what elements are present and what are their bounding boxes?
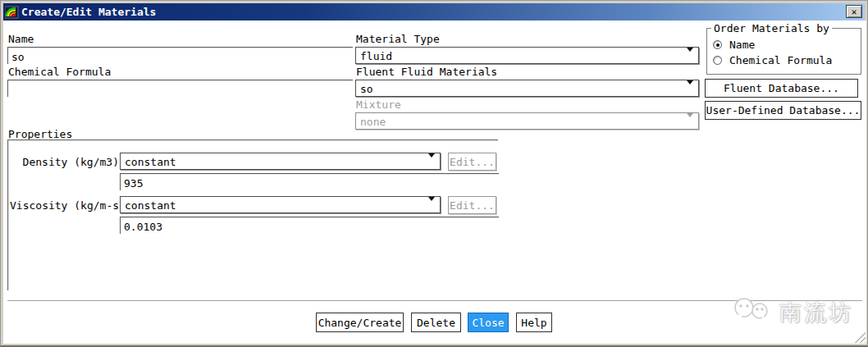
properties-label: Properties <box>8 129 72 140</box>
radio-chemical-formula[interactable]: Chemical Formula <box>713 54 832 66</box>
density-method-value: constant <box>125 156 176 168</box>
resize-grip-icon[interactable] <box>853 331 866 343</box>
mixture-label: Mixture <box>356 99 401 111</box>
density-label: Density (kg/m3) <box>10 156 119 168</box>
fluent-database-button[interactable]: Fluent Database... <box>705 79 858 98</box>
chevron-down-icon <box>687 84 694 93</box>
dialog-title: Create/Edit Materials <box>21 6 156 18</box>
titlebar[interactable]: Create/Edit Materials ✕ <box>3 3 865 21</box>
close-button[interactable]: Close <box>468 313 509 332</box>
viscosity-label: Viscosity (kg/m-s) <box>10 199 119 212</box>
viscosity-method-dropdown[interactable]: constant <box>120 196 441 213</box>
viscosity-edit-button: Edit... <box>448 196 496 214</box>
density-edit-button: Edit... <box>448 153 496 171</box>
radio-chemical-formula-circle[interactable] <box>713 56 722 65</box>
chevron-down-icon <box>428 158 436 166</box>
density-value-input[interactable]: 935 <box>120 173 499 190</box>
density-method-dropdown[interactable]: constant <box>120 153 441 170</box>
create-edit-materials-dialog: Create/Edit Materials ✕ Name so Chemical… <box>0 0 868 347</box>
help-button[interactable]: Help <box>516 313 552 332</box>
user-defined-database-button[interactable]: User-Defined Database... <box>705 101 861 120</box>
order-materials-by-legend: Order Materials by <box>711 22 832 34</box>
material-type-dropdown[interactable]: fluid <box>355 47 699 64</box>
close-icon[interactable]: ✕ <box>846 5 862 18</box>
viscosity-method-value: constant <box>125 199 176 212</box>
chevron-down-icon <box>687 117 694 126</box>
radio-name-label: Name <box>729 39 755 51</box>
mixture-value: none <box>360 116 386 128</box>
radio-chemical-formula-label: Chemical Formula <box>729 54 832 66</box>
footer-separator <box>7 300 862 302</box>
dialog-body: Name so Chemical Formula Material Type f… <box>3 21 866 344</box>
fluent-fluid-materials-label: Fluent Fluid Materials <box>356 66 497 78</box>
radio-name-circle[interactable] <box>713 40 722 49</box>
order-materials-by-group: Order Materials by Name Chemical Formula <box>706 28 861 75</box>
fluent-fluid-materials-value: so <box>360 83 373 95</box>
mixture-dropdown: none <box>355 112 699 130</box>
material-type-label: Material Type <box>356 34 440 45</box>
chevron-down-icon <box>428 201 436 209</box>
viscosity-value-input[interactable]: 0.0103 <box>120 217 499 234</box>
chevron-down-icon <box>687 52 694 60</box>
change-create-button[interactable]: Change/Create <box>316 313 404 332</box>
material-type-value: fluid <box>360 50 392 62</box>
name-label: Name <box>8 34 34 45</box>
delete-button[interactable]: Delete <box>411 313 461 332</box>
properties-group: Density (kg/m3) constant Edit... 935 Vis… <box>7 139 498 290</box>
name-input[interactable]: so <box>7 47 353 64</box>
chemical-formula-input[interactable] <box>7 80 353 97</box>
chemical-formula-label: Chemical Formula <box>8 66 111 78</box>
radio-name[interactable]: Name <box>713 39 755 51</box>
fluent-fluid-materials-dropdown[interactable]: so <box>355 80 699 97</box>
fluent-contour-icon <box>5 6 19 19</box>
